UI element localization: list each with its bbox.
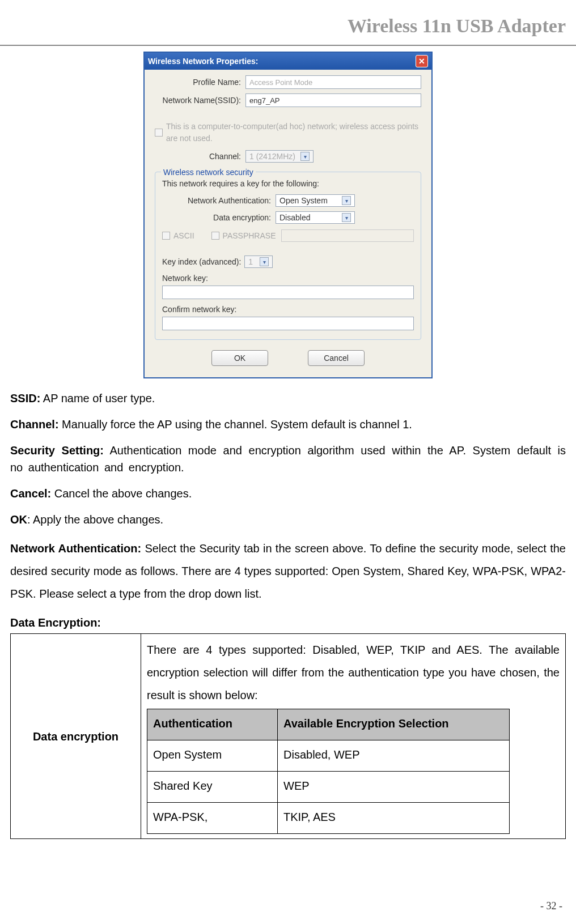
wireless-properties-dialog: Wireless Network Properties: ✕ Profile N… [143,52,433,378]
cell-auth: WPA-PSK, [147,803,278,834]
keyindex-value: 1 [248,256,253,268]
passphrase-label: PASSPHRASE [223,230,276,242]
data-encryption-table: Data encryption There are 4 types suppor… [10,633,566,839]
chevron-down-icon: ▾ [300,152,310,161]
table-row: Authentication Available Encryption Sele… [147,709,510,740]
term-channel: Channel: [10,418,59,431]
ssid-label: Network Name(SSID): [155,95,245,107]
cell-avail: WEP [278,772,510,803]
body-text: SSID: AP name of user type. Channel: Man… [10,390,566,839]
ascii-checkbox [162,232,170,240]
dataenc-value: Disabled [279,212,310,224]
ssid-input[interactable] [245,93,421,107]
chevron-down-icon[interactable]: ▾ [342,196,351,205]
dialog-title: Wireless Network Properties: [148,56,258,67]
term-cancel: Cancel: [10,487,51,500]
networkkey-input[interactable] [162,286,414,299]
cell-auth: Shared Key [147,772,278,803]
channel-label: Channel: [155,151,245,163]
cell-avail: TKIP, AES [278,803,510,834]
table-desc: There are 4 types supported: Disabled, W… [147,638,560,706]
chevron-down-icon: ▾ [260,257,269,266]
header-auth: Authentication [147,709,278,740]
profile-name-input [245,75,421,89]
cell-avail: Disabled, WEP [278,740,510,772]
keyindex-select: 1 ▾ [244,256,273,268]
confirmkey-input[interactable] [162,317,414,330]
close-icon[interactable]: ✕ [416,55,428,67]
security-desc: This network requires a key for the foll… [162,178,414,190]
netauth-select[interactable]: Open System ▾ [276,194,355,207]
table-row: Data encryption There are 4 types suppor… [11,634,566,839]
page-number: - 32 - [540,899,562,914]
term-netauth: Network Authentication: [10,542,141,555]
text-ok: : Apply the above changes. [27,513,163,526]
channel-select: 1 (2412MHz) ▾ [245,150,314,163]
text-cancel: Cancel the above changes. [51,487,192,500]
security-fieldset: Wireless network security This network r… [155,172,421,340]
dataenc-select[interactable]: Disabled ▾ [276,211,355,224]
text-ssid: AP name of user type. [40,392,155,404]
term-security: Security Setting: [10,444,104,457]
table-leftcell: Data encryption [11,634,141,839]
text-channel: Manually force the AP using the channel.… [59,418,412,431]
profile-name-label: Profile Name: [155,76,245,88]
chevron-down-icon[interactable]: ▾ [342,213,351,222]
page-header: Wireless 11n USB Adapter [0,0,576,46]
dataenc-label: Data encryption: [162,212,276,224]
passphrase-checkbox [211,232,219,240]
term-ok: OK [10,513,27,526]
ok-button[interactable]: OK [211,350,268,366]
term-ssid: SSID: [10,392,40,404]
netauth-value: Open System [279,195,328,207]
header-title: Wireless 11n USB Adapter [10,11,566,40]
security-legend: Wireless network security [161,167,256,178]
adhoc-text: This is a computer-to-computer(ad hoc) n… [166,121,421,144]
dataenc-header: Data Encryption: [10,616,101,629]
header-avail: Available Encryption Selection [278,709,510,740]
adhoc-checkbox [155,129,163,137]
dialog-titlebar[interactable]: Wireless Network Properties: ✕ [145,53,431,70]
cell-auth: Open System [147,740,278,772]
netauth-label: Network Authentication: [162,195,276,207]
table-row: WPA-PSK, TKIP, AES [147,803,510,834]
confirmkey-label: Confirm network key: [162,304,414,316]
ascii-label: ASCII [173,230,194,242]
keyindex-label: Key index (advanced): [162,256,241,268]
inner-table: Authentication Available Encryption Sele… [147,709,510,834]
passphrase-input [281,229,414,242]
channel-value: 1 (2412MHz) [249,151,295,163]
table-row: Open System Disabled, WEP [147,740,510,772]
table-row: Shared Key WEP [147,772,510,803]
networkkey-label: Network key: [162,272,414,284]
cancel-button[interactable]: Cancel [308,350,365,366]
